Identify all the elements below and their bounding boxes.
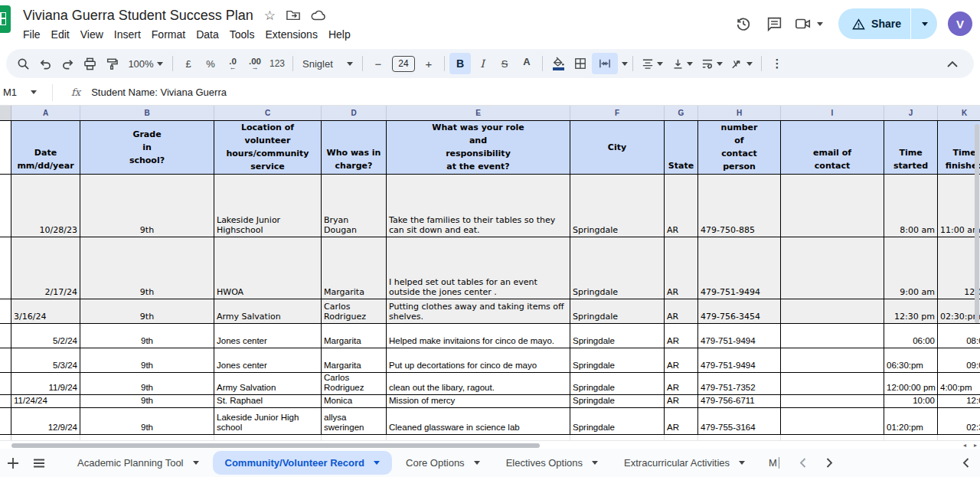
sheet-tab-caret-icon[interactable] xyxy=(474,461,480,465)
cell-J4[interactable]: 12:30 pm xyxy=(884,299,938,323)
cell-G9[interactable]: AR xyxy=(665,408,698,434)
move-folder-icon[interactable] xyxy=(286,9,300,21)
borders-button[interactable] xyxy=(570,53,591,74)
cell-E3[interactable]: I helped set out tables for an event out… xyxy=(387,237,570,299)
text-rotation-button[interactable] xyxy=(727,53,756,74)
cell-H4[interactable]: 479-756-3454 xyxy=(698,299,781,323)
cell-C9[interactable]: Lakeside Junior High school xyxy=(214,408,322,434)
column-header-J[interactable]: J xyxy=(884,106,938,120)
more-toolbar-button[interactable]: ⋮ xyxy=(766,53,788,74)
decrease-decimal-button[interactable]: .0← xyxy=(222,53,243,74)
formula-input[interactable]: Student Name: Viviana Guerra xyxy=(91,87,227,98)
cell-F6[interactable]: Springdale xyxy=(570,348,665,372)
cell-K6[interactable]: 09:00 xyxy=(938,348,980,372)
cell-B6[interactable]: 9th xyxy=(80,348,214,372)
cell-A3[interactable]: 2/17/24 xyxy=(11,237,80,299)
merge-cells-button[interactable] xyxy=(592,53,618,74)
cell-D9[interactable]: allysa sweringen xyxy=(322,408,387,434)
comments-icon[interactable] xyxy=(764,14,784,34)
cell-A6[interactable]: 5/3/24 xyxy=(11,348,80,372)
more-formats-button[interactable]: 123 xyxy=(266,53,288,74)
sheet-tab-electives-options[interactable]: Electives Options xyxy=(494,451,610,475)
sheet-tab-caret-icon[interactable] xyxy=(193,461,199,465)
header-cell-B[interactable]: Grade in school? xyxy=(80,121,214,174)
column-header-C[interactable]: C xyxy=(214,106,322,120)
cell-A4[interactable]: 3/16/24 xyxy=(11,299,80,323)
sheets-logo-icon[interactable] xyxy=(0,5,11,33)
cell-K4[interactable]: 02:30:pm xyxy=(938,299,980,323)
cell-D4[interactable]: Carlos Rodriguez xyxy=(322,299,387,323)
header-cell-F[interactable]: City xyxy=(570,121,665,174)
cell-F3[interactable]: Springdale xyxy=(570,237,665,299)
cell-I6[interactable] xyxy=(781,348,884,372)
cell-F7[interactable]: Springdale xyxy=(570,373,665,394)
sheet-tab-academic-planning-tool[interactable]: Academic Planning Tool xyxy=(65,451,211,475)
increase-decimal-button[interactable]: .00→ xyxy=(244,53,266,74)
row-number[interactable] xyxy=(0,408,11,434)
cell-J9[interactable]: 01:20:pm xyxy=(884,408,938,434)
cell-E9[interactable]: Cleaned glassware in science lab xyxy=(387,408,570,434)
cell-A7[interactable]: 11/9/24 xyxy=(11,373,80,394)
cell-A8[interactable]: 11/24/24 xyxy=(11,395,80,407)
cell-I4[interactable] xyxy=(781,299,884,323)
menu-help[interactable]: Help xyxy=(323,27,356,42)
cell-F8[interactable]: Springdale xyxy=(570,395,665,407)
sheet-tab-community-volunteer-record[interactable]: Community/Volunteer Record xyxy=(213,451,393,475)
cell-B8[interactable]: 9th xyxy=(80,395,214,407)
cell-D5[interactable]: Margarita xyxy=(322,324,387,348)
header-cell-G[interactable]: State xyxy=(665,121,698,174)
text-wrap-button[interactable] xyxy=(697,53,727,74)
italic-button[interactable]: I xyxy=(472,53,493,74)
cell-K9[interactable]: 02:30 xyxy=(938,408,980,434)
cell-C3[interactable]: HWOA xyxy=(214,237,322,299)
text-color-button[interactable]: A xyxy=(516,53,537,74)
row-number[interactable] xyxy=(0,395,11,407)
sheet-tab-caret-icon[interactable] xyxy=(739,461,745,465)
cell-F5[interactable]: Springdale xyxy=(570,324,665,348)
meet-call-button[interactable] xyxy=(795,17,823,31)
cell-H7[interactable]: 479-751-7352 xyxy=(698,373,781,394)
cell-I7[interactable] xyxy=(781,373,884,394)
cell-C4[interactable]: Army Salvation xyxy=(214,299,322,323)
column-header-D[interactable]: D xyxy=(322,106,387,120)
cell-E8[interactable]: Mission of mercy xyxy=(387,395,570,407)
cell-G2[interactable]: AR xyxy=(665,175,698,237)
cell-G4[interactable]: AR xyxy=(665,299,698,323)
cell-A9[interactable]: 12/9/24 xyxy=(11,408,80,434)
sheet-tab-caret-icon[interactable] xyxy=(374,461,380,465)
name-box-caret-icon[interactable] xyxy=(31,90,37,94)
cell-D7[interactable]: Carlos Rodriguez xyxy=(322,373,387,394)
cell-B9[interactable]: 9th xyxy=(80,408,214,434)
cell-I8[interactable] xyxy=(781,395,884,407)
redo-icon[interactable] xyxy=(57,53,78,74)
row-number[interactable] xyxy=(0,299,11,323)
cell-F9[interactable]: Springdale xyxy=(570,408,665,434)
menu-file[interactable]: File xyxy=(18,27,46,42)
cell-E4[interactable]: Putting clothes away and taking items of… xyxy=(387,299,570,323)
sheet-tab-extracurricular-activities[interactable]: Extracurricular Activities xyxy=(612,451,757,475)
header-cell-J[interactable]: Time started xyxy=(884,121,938,174)
header-cell-E[interactable]: What was your role and responsibility at… xyxy=(387,121,570,174)
header-cell-D[interactable]: Who was in charge? xyxy=(322,121,387,174)
user-avatar[interactable]: V xyxy=(948,11,972,36)
cell-B7[interactable]: 9th xyxy=(80,373,214,394)
cell-H2[interactable]: 479-750-885 xyxy=(698,175,781,237)
currency-format-button[interactable]: £ xyxy=(178,53,199,74)
cell-J7[interactable]: 12:00:00 pm xyxy=(884,373,938,394)
meet-caret-icon[interactable] xyxy=(817,22,823,26)
row-number[interactable] xyxy=(0,237,11,299)
cell-I3[interactable] xyxy=(781,237,884,299)
cell-E7[interactable]: clean out the libary, ragout. xyxy=(387,373,570,394)
row-number[interactable] xyxy=(0,324,11,348)
paint-format-icon[interactable] xyxy=(101,53,122,74)
menu-edit[interactable]: Edit xyxy=(46,27,75,42)
cell-I5[interactable] xyxy=(781,324,884,348)
row-number[interactable] xyxy=(0,121,11,174)
cell-I9[interactable] xyxy=(781,408,884,434)
percent-format-button[interactable]: % xyxy=(200,53,221,74)
cell-B3[interactable]: 9th xyxy=(80,237,214,299)
cell-D2[interactable]: Bryan Dougan xyxy=(322,175,387,237)
cell-G5[interactable]: AR xyxy=(665,324,698,348)
cell-A5[interactable]: 5/2/24 xyxy=(11,324,80,348)
vertical-align-button[interactable] xyxy=(668,53,697,74)
